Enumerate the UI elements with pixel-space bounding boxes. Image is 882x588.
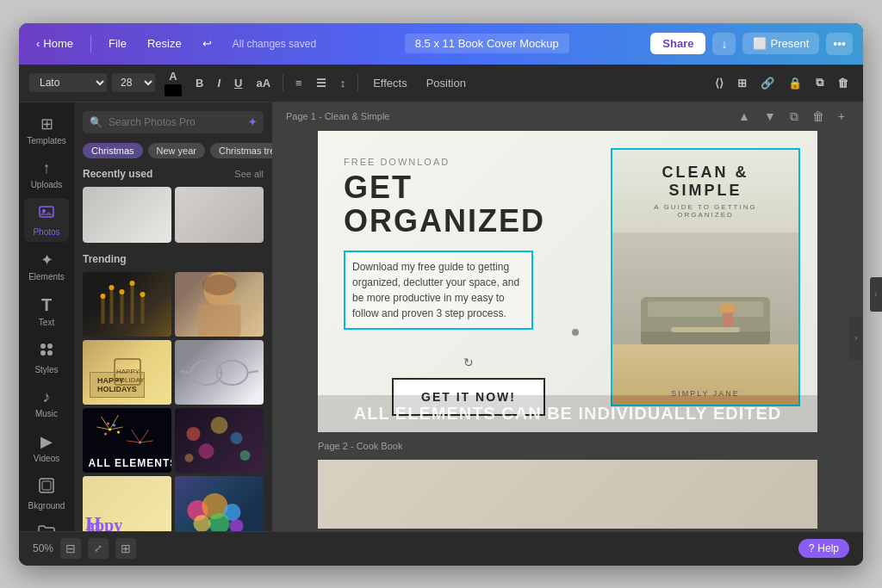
sidebar-item-styles[interactable]: Styles (24, 336, 69, 380)
zoom-out-button[interactable]: ⊟ (60, 538, 81, 559)
svg-point-49 (185, 454, 194, 462)
list-button[interactable]: ☰ (312, 73, 331, 93)
file-menu-button[interactable]: File (102, 34, 134, 53)
trending-photo-3[interactable]: HAPPYHOLIDAYS HAPPY HOLIDAYS (83, 340, 171, 405)
get-organized-title: GET ORGANIZED (344, 170, 593, 238)
book-subtitle: A GUIDE TO GETTING ORGANIZED (626, 203, 785, 219)
body-text-selected[interactable]: Download my free guide to getting organi… (344, 251, 533, 330)
sidebar-item-uploads[interactable]: ↑ Uploads (24, 154, 69, 195)
book-cover-header: CLEAN & SIMPLE A GUIDE TO GETTING ORGANI… (612, 150, 798, 232)
elements-icon: ✦ (40, 251, 53, 269)
present-button[interactable]: ⬜ Present (742, 33, 819, 54)
svg-line-27 (181, 371, 191, 373)
align-button[interactable]: ≡ (291, 73, 307, 93)
zoom-out-icon: ⊟ (65, 542, 76, 555)
add-page-button[interactable]: + (834, 108, 849, 126)
lock-button[interactable]: 🔒 (784, 73, 806, 93)
search-bar-container: 🔍 ✦ (74, 102, 272, 139)
svg-text:HAPPY: HAPPY (116, 368, 140, 375)
trending-photo-6[interactable] (175, 408, 264, 473)
delete-page-button[interactable]: 🗑 (808, 108, 829, 126)
toolbar-separator-2 (357, 74, 358, 91)
page-down-button[interactable]: ▼ (760, 108, 780, 126)
color-swatch (165, 84, 182, 96)
font-color-button[interactable]: A (160, 66, 186, 100)
bold-button[interactable]: B (191, 73, 208, 93)
page-up-button[interactable]: ▲ (734, 108, 755, 126)
resize-button[interactable]: Resize (140, 34, 189, 53)
svg-point-16 (130, 281, 135, 286)
text-toolbar: Lato 28 A B I U aA ≡ ☰ ↕ Effects Positio… (19, 65, 863, 102)
right-panel-collapse[interactable]: › (849, 317, 863, 360)
bottom-bar: 50% ⊟ ⤢ ⊞ ? Help (19, 531, 863, 566)
recent-photo-1[interactable] (83, 187, 171, 243)
tag-christmas[interactable]: Christmas (83, 143, 143, 158)
main-content: ⊞ Templates ↑ Uploads Photos ✦ (19, 102, 863, 531)
refresh-icon: ↻ (344, 356, 593, 369)
small-caps-button[interactable]: aA (252, 73, 275, 93)
download-button[interactable]: ↓ (712, 33, 736, 55)
font-size-select[interactable]: 28 (112, 73, 155, 92)
edit-icon-2[interactable]: ⊞ (733, 73, 751, 93)
underline-button[interactable]: U (230, 73, 246, 93)
sidebar-item-elements[interactable]: ✦ Elements (24, 245, 69, 287)
sidebar-item-text[interactable]: T Text (24, 290, 69, 332)
effects-button[interactable]: Effects (366, 73, 414, 93)
recent-photo-2[interactable] (175, 187, 264, 243)
search-input-wrap: 🔍 ✦ (83, 111, 264, 133)
trending-photo-1[interactable] (83, 272, 171, 337)
canvas-page-2[interactable] (318, 460, 817, 529)
help-button[interactable]: ? Help (798, 539, 849, 558)
position-button[interactable]: Position (419, 73, 473, 93)
svg-point-33 (107, 422, 109, 424)
zoom-in-icon: ⊞ (121, 542, 131, 555)
trending-photo-2[interactable] (175, 272, 264, 337)
sidebar-item-background[interactable]: Bkground (24, 472, 69, 516)
trending-photo-7[interactable]: appy H (83, 476, 171, 531)
svg-rect-7 (42, 481, 51, 490)
sidebar-item-photos[interactable]: Photos (24, 198, 69, 242)
trending-grid: HAPPYHOLIDAYS HAPPY HOLIDAYS (74, 269, 272, 531)
sidebar: ⊞ Templates ↑ Uploads Photos ✦ (19, 102, 74, 531)
trending-photo-5[interactable]: ALL ELEMENTS... (83, 408, 171, 473)
font-family-select[interactable]: Lato (29, 73, 107, 92)
book-cover[interactable]: CLEAN & SIMPLE A GUIDE TO GETTING ORGANI… (611, 148, 800, 406)
italic-button[interactable]: I (213, 73, 225, 93)
book-title: CLEAN & SIMPLE (626, 164, 785, 200)
undo-button[interactable]: ↩ (196, 34, 219, 53)
search-input[interactable] (83, 111, 264, 133)
svg-point-32 (117, 430, 120, 433)
trending-photo-8[interactable] (175, 476, 264, 531)
share-button[interactable]: Share (650, 33, 705, 54)
link-button[interactable]: 🔗 (756, 73, 779, 93)
sidebar-item-videos[interactable]: ▶ Videos (24, 427, 69, 468)
trending-section: Trending (74, 246, 272, 269)
zoom-in-button[interactable]: ⊞ (115, 538, 136, 559)
duplicate-page-button[interactable]: ⧉ (786, 108, 803, 126)
more-options-button[interactable]: ••• (826, 33, 853, 55)
sidebar-item-music[interactable]: ♪ Music (24, 383, 69, 424)
svg-rect-0 (40, 207, 53, 217)
book-cover-image: CLEAN & SIMPLE A GUIDE TO GETTING ORGANI… (612, 150, 798, 405)
svg-point-3 (47, 344, 53, 349)
sidebar-item-templates[interactable]: ⊞ Templates (24, 109, 69, 151)
uploads-icon: ↑ (43, 159, 51, 177)
home-button[interactable]: ‹ Home (29, 34, 80, 53)
nav-right-actions: Share ↓ ⬜ Present ••• (650, 33, 853, 55)
svg-point-44 (187, 427, 201, 441)
tag-new-year[interactable]: New year (148, 143, 205, 158)
trending-photo-4[interactable] (175, 340, 264, 405)
see-all-link[interactable]: See all (234, 169, 264, 179)
canvas-area: Page 1 - Clean & Simple ▲ ▼ ⧉ 🗑 + FREE D… (272, 102, 863, 531)
tag-christmas-tree[interactable]: Christmas tree (210, 143, 272, 158)
duplicate-button[interactable]: ⧉ (811, 72, 828, 93)
svg-point-5 (47, 350, 53, 356)
line-height-button[interactable]: ↕ (336, 73, 351, 93)
delete-button[interactable]: 🗑 (833, 73, 853, 93)
canvas-page-1[interactable]: FREE DOWNLOAD GET ORGANIZED Download my … (318, 131, 817, 432)
sidebar-item-folders[interactable]: Folders (24, 519, 69, 531)
canvas-scroll[interactable]: FREE DOWNLOAD GET ORGANIZED Download my … (272, 131, 863, 531)
fullscreen-button[interactable]: ⤢ (88, 538, 109, 559)
edit-icon-1[interactable]: ⟨⟩ (711, 73, 728, 93)
svg-point-47 (199, 443, 214, 459)
